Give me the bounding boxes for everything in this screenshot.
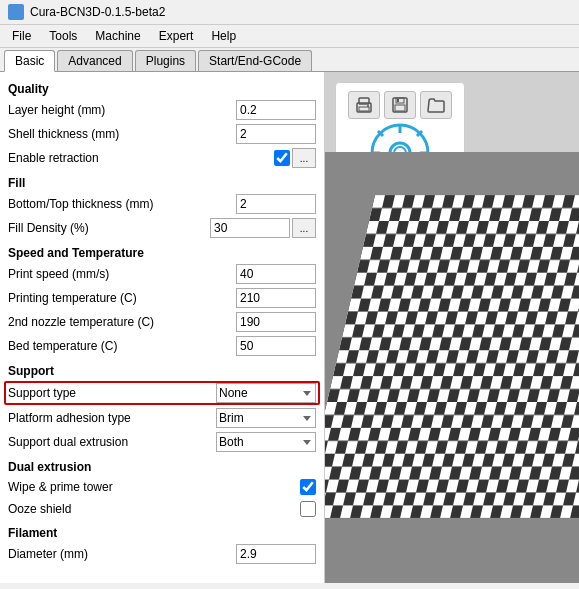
tab-bar: Basic Advanced Plugins Start/End-GCode: [0, 48, 579, 72]
support-dual-extrusion-row: Support dual extrusion Both First extrud…: [0, 430, 324, 454]
main-area: Quality Layer height (mm) Shell thicknes…: [0, 72, 579, 583]
support-type-select[interactable]: None Touching buildplate Everywhere: [216, 383, 316, 403]
diameter-label: Diameter (mm): [8, 547, 236, 561]
tab-basic[interactable]: Basic: [4, 50, 55, 72]
shell-thickness-row: Shell thickness (mm): [0, 122, 324, 146]
print-icon: [354, 95, 374, 115]
fill-header: Fill: [0, 170, 324, 192]
diameter-input[interactable]: [236, 544, 316, 564]
second-nozzle-temp-row: 2nd nozzle temperature (C): [0, 310, 324, 334]
menu-help[interactable]: Help: [203, 27, 244, 45]
support-header: Support: [0, 358, 324, 380]
tab-advanced[interactable]: Advanced: [57, 50, 132, 71]
ooze-shield-label: Ooze shield: [8, 502, 300, 516]
enable-retraction-dots-button[interactable]: ...: [292, 148, 316, 168]
speed-temp-header: Speed and Temperature: [0, 240, 324, 262]
fill-density-label: Fill Density (%): [8, 221, 210, 235]
save-icon: [390, 95, 410, 115]
left-panel: Quality Layer height (mm) Shell thicknes…: [0, 72, 325, 583]
svg-point-3: [367, 105, 369, 107]
app-icon: [8, 4, 24, 20]
layer-height-input[interactable]: [236, 100, 316, 120]
diameter-row: Diameter (mm): [0, 542, 324, 566]
bed-temp-input[interactable]: [236, 336, 316, 356]
print-speed-input[interactable]: [236, 264, 316, 284]
print-bed-view: [325, 152, 579, 583]
enable-retraction-row: Enable retraction ...: [0, 146, 324, 170]
support-type-row: Support type None Touching buildplate Ev…: [4, 381, 320, 405]
bed-temp-label: Bed temperature (C): [8, 339, 236, 353]
support-type-label: Support type: [8, 386, 216, 400]
open-file-icon: [426, 95, 446, 115]
bottom-top-thickness-label: Bottom/Top thickness (mm): [8, 197, 236, 211]
fill-density-input[interactable]: [210, 218, 290, 238]
ooze-shield-checkbox[interactable]: [300, 501, 316, 517]
shell-thickness-input[interactable]: [236, 124, 316, 144]
menu-file[interactable]: File: [4, 27, 39, 45]
bottom-top-thickness-row: Bottom/Top thickness (mm): [0, 192, 324, 216]
right-panel: BCN3D: [325, 72, 579, 583]
printing-temp-row: Printing temperature (C): [0, 286, 324, 310]
tab-startend-gcode[interactable]: Start/End-GCode: [198, 50, 312, 71]
print-speed-row: Print speed (mm/s): [0, 262, 324, 286]
filament-header: Filament: [0, 520, 324, 542]
platform-adhesion-select[interactable]: None Brim Raft: [216, 408, 316, 428]
window-title: Cura-BCN3D-0.1.5-beta2: [30, 5, 165, 19]
menu-bar: File Tools Machine Expert Help: [0, 25, 579, 48]
svg-rect-6: [395, 105, 405, 111]
svg-rect-7: [397, 99, 399, 102]
layer-height-row: Layer height (mm): [0, 98, 324, 122]
menu-tools[interactable]: Tools: [41, 27, 85, 45]
fill-density-dots-button[interactable]: ...: [292, 218, 316, 238]
save-icon-button[interactable]: [384, 91, 416, 119]
dual-extrusion-header: Dual extrusion: [0, 454, 324, 476]
menu-machine[interactable]: Machine: [87, 27, 148, 45]
layer-height-label: Layer height (mm): [8, 103, 236, 117]
second-nozzle-temp-input[interactable]: [236, 312, 316, 332]
printing-temp-label: Printing temperature (C): [8, 291, 236, 305]
support-dual-extrusion-label: Support dual extrusion: [8, 435, 216, 449]
toolbar-icons: [348, 91, 452, 119]
quality-header: Quality: [0, 76, 324, 98]
wipe-prime-tower-checkbox[interactable]: [300, 479, 316, 495]
platform-adhesion-label: Platform adhesion type: [8, 411, 216, 425]
support-dual-extrusion-select[interactable]: Both First extruder Second extruder: [216, 432, 316, 452]
bottom-top-thickness-input[interactable]: [236, 194, 316, 214]
print-speed-label: Print speed (mm/s): [8, 267, 236, 281]
wipe-prime-tower-label: Wipe & prime tower: [8, 480, 300, 494]
shell-thickness-label: Shell thickness (mm): [8, 127, 236, 141]
title-bar: Cura-BCN3D-0.1.5-beta2: [0, 0, 579, 25]
enable-retraction-label: Enable retraction: [8, 151, 274, 165]
printing-temp-input[interactable]: [236, 288, 316, 308]
fill-density-row: Fill Density (%) ...: [0, 216, 324, 240]
print-icon-button[interactable]: [348, 91, 380, 119]
open-icon-button[interactable]: [420, 91, 452, 119]
platform-adhesion-row: Platform adhesion type None Brim Raft: [0, 406, 324, 430]
svg-rect-2: [359, 107, 369, 111]
checkerboard-svg: [325, 152, 579, 583]
ooze-shield-row: Ooze shield: [0, 498, 324, 520]
second-nozzle-temp-label: 2nd nozzle temperature (C): [8, 315, 236, 329]
tab-plugins[interactable]: Plugins: [135, 50, 196, 71]
wipe-prime-tower-row: Wipe & prime tower: [0, 476, 324, 498]
bed-temp-row: Bed temperature (C): [0, 334, 324, 358]
enable-retraction-checkbox[interactable]: [274, 150, 290, 166]
menu-expert[interactable]: Expert: [151, 27, 202, 45]
